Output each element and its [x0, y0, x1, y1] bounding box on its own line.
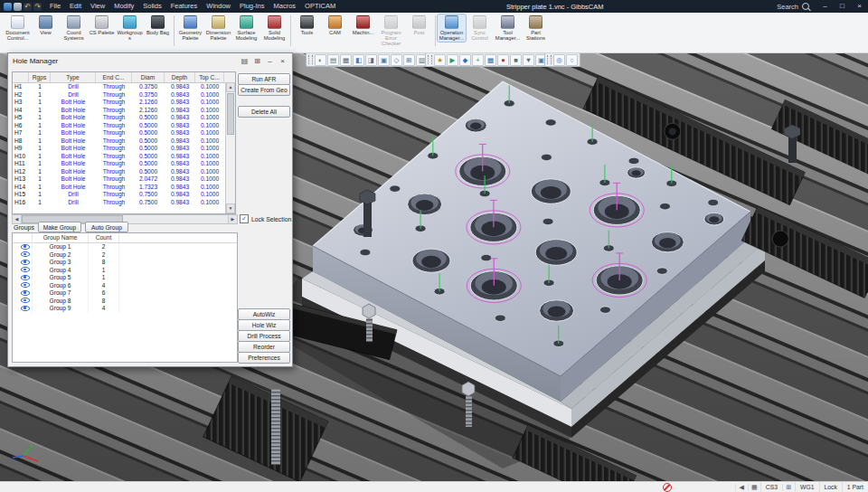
lock-selection-checkbox[interactable]: ✓	[240, 214, 249, 223]
view-controls-icon-7[interactable]: ◇	[391, 54, 402, 66]
maximize-button[interactable]: □	[834, 0, 851, 13]
hole-row[interactable]: H111Bolt HoleThrough0.50000.98430.1000	[13, 160, 235, 168]
toolbar-tools[interactable]: Tools	[293, 14, 321, 36]
menu-plugins[interactable]: Plug-Ins	[235, 0, 269, 13]
eye-icon[interactable]	[21, 297, 29, 304]
toolbar-grip-icon[interactable]	[547, 55, 552, 64]
toolbar-solid-modeling[interactable]: Solid Modeling	[260, 14, 288, 42]
hole-row[interactable]: H41Bolt HoleThrough2.12600.98430.1000	[13, 107, 235, 115]
hole-row[interactable]: H81Bolt HoleThrough0.50000.98430.1000	[13, 137, 235, 146]
menu-view[interactable]: View	[86, 0, 109, 13]
delete-all-button[interactable]: Delete All	[238, 106, 290, 118]
view-controls-icon-2[interactable]: ▤	[327, 54, 339, 66]
hole-row[interactable]: H11DrillThrough0.37500.98430.1000	[13, 83, 235, 91]
viewport-toolbar-display[interactable]: ★▶◆+▦●■▼▣	[425, 52, 550, 67]
toolbar-document-control[interactable]: Document Control...	[4, 14, 32, 42]
hole-row[interactable]: H101Bolt HoleThrough0.50000.98430.1000	[13, 153, 235, 161]
display-controls-icon-3[interactable]: ◆	[459, 54, 471, 66]
auto-group-button[interactable]: Auto Group	[85, 222, 128, 232]
view-controls-icon-6[interactable]: ▣	[378, 54, 390, 66]
dialog-close-icon[interactable]: ×	[278, 57, 288, 65]
hole-row[interactable]: H161DrillThrough0.75000.98430.1000	[13, 199, 235, 207]
toolbar-workgroups[interactable]: Workgroups	[116, 14, 144, 42]
hole-row[interactable]: H21DrillThrough0.37500.98430.1000	[13, 91, 235, 99]
scroll-down-icon[interactable]: ▼	[226, 203, 235, 213]
hole-row[interactable]: H151DrillThrough0.75000.98430.1000	[13, 191, 235, 199]
menu-modify[interactable]: Modify	[109, 0, 138, 13]
display-controls-icon-7[interactable]: ■	[510, 54, 522, 66]
redo-icon[interactable]: ↷	[33, 3, 42, 11]
toolbar-body-bag[interactable]: Body Bag	[144, 14, 172, 36]
toolbar-coord-systems[interactable]: Coord Systems	[60, 14, 88, 42]
search-control[interactable]: Search	[769, 3, 816, 11]
cs-indicator[interactable]: CS3	[760, 482, 782, 492]
display-controls-icon-2[interactable]: ▶	[447, 54, 458, 66]
view-controls-icon-3[interactable]: ▦	[340, 54, 352, 66]
hole-row[interactable]: H121Bolt HoleThrough0.50000.98430.1000	[13, 168, 235, 176]
hole-row[interactable]: H131Bolt HoleThrough2.04720.98430.1000	[13, 175, 235, 184]
view-controls-icon-8[interactable]: ⊞	[403, 54, 415, 66]
group-count-column[interactable]: Count	[89, 233, 119, 242]
group-row[interactable]: Group 76	[13, 289, 237, 298]
group-row[interactable]: Group 12	[13, 243, 237, 251]
close-button[interactable]: ×	[851, 0, 868, 13]
part-indicator[interactable]: 1 Part	[842, 482, 868, 492]
toolbar-view[interactable]: View	[32, 14, 60, 36]
toolbar-geometry-palette[interactable]: Geometry Palette	[176, 14, 204, 42]
toolbar-operation-manager[interactable]: Operation Manager...	[438, 14, 466, 42]
preferences-button[interactable]: Preferences	[238, 352, 290, 364]
pin-icon[interactable]: ⊞	[252, 57, 262, 65]
eye-icon[interactable]	[21, 266, 29, 273]
hole-row[interactable]: H51Bolt HoleThrough0.50000.98430.1000	[13, 114, 235, 122]
eye-icon[interactable]	[21, 242, 29, 250]
screen-icon[interactable]: ▦	[748, 484, 760, 491]
hole-row[interactable]: H31Bolt HoleThrough2.12600.98430.1000	[13, 99, 235, 107]
dialog-minimize-icon[interactable]: –	[265, 57, 275, 65]
column-header-3[interactable]: End C...	[96, 72, 132, 82]
scroll-right-icon[interactable]: ▶	[228, 215, 237, 223]
group-visibility[interactable]	[13, 304, 33, 314]
toolbar-grip-icon[interactable]	[308, 55, 313, 64]
menu-file[interactable]: File	[45, 0, 65, 13]
display-controls-icon-1[interactable]: ★	[434, 54, 446, 66]
toolbar-tool-manager[interactable]: Tool Manager...	[494, 14, 522, 42]
group-row[interactable]: Group 22	[13, 251, 237, 260]
render-controls-icon-1[interactable]: ◎	[553, 54, 565, 66]
step-back-icon[interactable]: ◀	[735, 484, 748, 491]
group-row[interactable]: Group 41	[13, 267, 237, 275]
save-icon[interactable]	[14, 3, 22, 11]
search-icon[interactable]	[802, 3, 809, 10]
column-header-2[interactable]: Type	[51, 72, 96, 82]
display-controls-icon-4[interactable]: +	[472, 54, 484, 66]
toolbar-surface-modeling[interactable]: Surface Modeling	[232, 14, 260, 42]
group-name-column[interactable]: Group Name	[33, 233, 89, 242]
minimize-button[interactable]: –	[816, 0, 834, 13]
scroll-up-icon[interactable]: ▲	[226, 82, 235, 92]
scrollbar-thumb[interactable]	[227, 93, 234, 135]
prohibition-icon[interactable]	[663, 483, 672, 492]
menu-features[interactable]: Features	[166, 0, 203, 13]
column-header-5[interactable]: Depth	[165, 72, 195, 82]
hole-row[interactable]: H61Bolt HoleThrough0.50000.98430.1000	[13, 122, 235, 130]
menu-opticam[interactable]: OPTICAM	[300, 0, 340, 13]
dialog-titlebar[interactable]: Hole Manager ▤ ⊞ – ×	[8, 53, 292, 68]
create-from-geo-button[interactable]: Create From Geo	[238, 84, 290, 96]
eye-icon[interactable]	[21, 304, 29, 311]
column-header-4[interactable]: Diam	[132, 72, 165, 82]
dock-icon[interactable]: ▤	[240, 57, 250, 65]
group-row[interactable]: Group 64	[13, 282, 237, 290]
group-row[interactable]: Group 94	[13, 305, 237, 313]
undo-icon[interactable]: ↶	[24, 3, 32, 11]
lock-selection-control[interactable]: ✓ Lock Selection	[240, 214, 291, 223]
eye-icon[interactable]	[21, 273, 29, 280]
eye-icon[interactable]	[21, 251, 29, 258]
hole-row[interactable]: H71Bolt HoleThrough0.50000.98430.1000	[13, 129, 235, 137]
column-header-0[interactable]	[13, 72, 29, 82]
column-header-1[interactable]: Rgps	[29, 72, 51, 82]
menu-macros[interactable]: Macros	[269, 0, 301, 13]
view-controls-icon-1[interactable]: ◐	[315, 54, 326, 66]
group-row[interactable]: Group 38	[13, 259, 237, 267]
display-controls-icon-6[interactable]: ●	[497, 54, 509, 66]
display-controls-icon-8[interactable]: ▼	[523, 54, 534, 66]
lock-indicator[interactable]: Lock	[819, 482, 842, 492]
